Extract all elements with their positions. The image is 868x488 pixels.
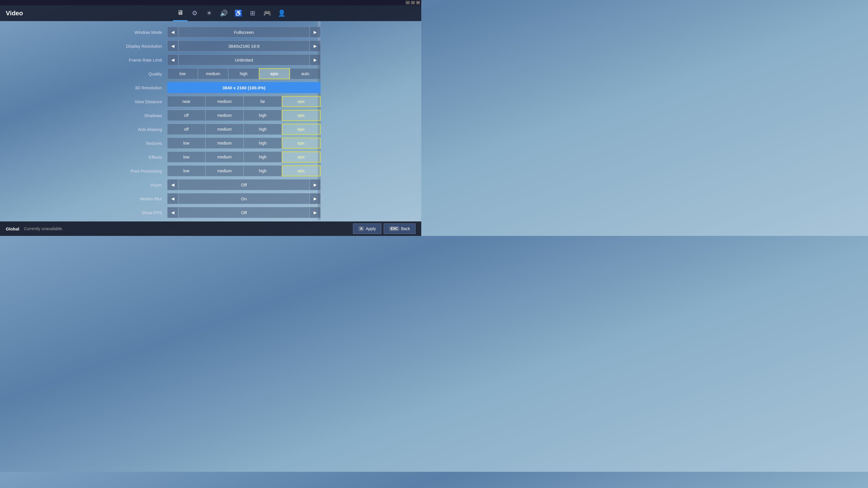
settings-panel[interactable]: Window Mode ◀ Fullscreen ▶ Display Resol… bbox=[101, 21, 320, 220]
effects-epic-button[interactable]: epic bbox=[282, 152, 320, 162]
tab-video[interactable]: 🖥 bbox=[173, 5, 187, 21]
close-button[interactable]: ✕ bbox=[416, 1, 420, 4]
show-fps-prev-button[interactable]: ◀ bbox=[167, 207, 178, 218]
tab-profile[interactable]: 👤 bbox=[274, 5, 289, 21]
post-processing-row: Post Processing low medium high epic bbox=[101, 165, 320, 176]
title-bar: ─ □ ✕ bbox=[0, 0, 421, 5]
motion-blur-prev-button[interactable]: ◀ bbox=[167, 193, 178, 204]
vsync-prev-button[interactable]: ◀ bbox=[167, 179, 178, 190]
view-distance-control: near medium far epic bbox=[167, 96, 320, 107]
shadows-epic-button[interactable]: epic bbox=[282, 110, 320, 121]
quality-high-button[interactable]: high bbox=[228, 68, 259, 79]
page-title: Video bbox=[0, 9, 52, 17]
anti-aliasing-label: Anti-Aliasing bbox=[101, 127, 167, 132]
effects-medium-button[interactable]: medium bbox=[206, 152, 244, 162]
show-fps-control: ◀ Off ▶ bbox=[167, 207, 320, 218]
nav-tabs: 🖥 ⚙ ☀ 🔊 ♿ ⊞ 🎮 👤 bbox=[52, 5, 421, 21]
vsync-arrow-control: ◀ Off ▶ bbox=[167, 179, 320, 190]
post-processing-control: low medium high epic bbox=[167, 165, 320, 176]
anti-aliasing-medium-button[interactable]: medium bbox=[206, 124, 244, 135]
apply-label: Apply bbox=[366, 226, 376, 231]
textures-medium-button[interactable]: medium bbox=[206, 138, 244, 149]
vsync-value: Off bbox=[178, 179, 310, 190]
effects-row: Effects low medium high epic bbox=[101, 151, 320, 163]
frame-rate-next-button[interactable]: ▶ bbox=[310, 54, 320, 65]
display-resolution-arrow-control: ◀ 3840x2160 16:9 ▶ bbox=[167, 40, 320, 52]
quality-row: Quality low medium high epic auto bbox=[101, 68, 320, 79]
post-processing-low-button[interactable]: low bbox=[167, 165, 206, 176]
view-distance-far-button[interactable]: far bbox=[244, 96, 282, 107]
display-resolution-row: Display Resolution ◀ 3840x2160 16:9 ▶ bbox=[101, 40, 320, 52]
resolution-3d-label: 3D Resolution bbox=[101, 85, 167, 90]
textures-high-button[interactable]: high bbox=[244, 138, 282, 149]
window-mode-row: Window Mode ◀ Fullscreen ▶ bbox=[101, 26, 320, 38]
show-fps-next-button[interactable]: ▶ bbox=[310, 207, 320, 218]
window-mode-next-button[interactable]: ▶ bbox=[310, 27, 320, 38]
show-fps-value: Off bbox=[178, 207, 310, 218]
quality-medium-button[interactable]: medium bbox=[198, 68, 228, 79]
minimize-button[interactable]: ─ bbox=[406, 1, 410, 4]
textures-label: Textures bbox=[101, 141, 167, 146]
display-resolution-prev-button[interactable]: ◀ bbox=[167, 40, 178, 52]
anti-aliasing-high-button[interactable]: high bbox=[244, 124, 282, 135]
effects-label: Effects bbox=[101, 155, 167, 160]
shadows-label: Shadows bbox=[101, 113, 167, 118]
window-mode-value: Fullscreen bbox=[178, 27, 310, 38]
post-processing-epic-button[interactable]: epic bbox=[282, 165, 320, 176]
frame-rate-label: Frame Rate Limit bbox=[101, 58, 167, 62]
frame-rate-prev-button[interactable]: ◀ bbox=[167, 54, 178, 65]
anti-aliasing-control: off medium high epic bbox=[167, 124, 320, 135]
effects-high-button[interactable]: high bbox=[244, 152, 282, 162]
shadows-row: Shadows off medium high epic bbox=[101, 109, 320, 121]
apply-button[interactable]: A Apply bbox=[353, 224, 381, 234]
frame-rate-row: Frame Rate Limit ◀ Unlimited ▶ bbox=[101, 54, 320, 66]
shadows-medium-button[interactable]: medium bbox=[206, 110, 244, 121]
view-distance-near-button[interactable]: near bbox=[167, 96, 206, 107]
motion-blur-next-button[interactable]: ▶ bbox=[310, 193, 320, 204]
show-fps-arrow-control: ◀ Off ▶ bbox=[167, 207, 320, 218]
window-mode-prev-button[interactable]: ◀ bbox=[167, 27, 178, 38]
textures-epic-button[interactable]: epic bbox=[282, 138, 320, 149]
back-button[interactable]: ESC Back bbox=[384, 224, 415, 234]
tab-gear[interactable]: ⚙ bbox=[187, 5, 202, 21]
textures-row: Textures low medium high epic bbox=[101, 137, 320, 149]
post-processing-label: Post Processing bbox=[101, 168, 167, 173]
view-distance-epic-button[interactable]: epic bbox=[282, 96, 320, 107]
tab-gamepad[interactable]: 🎮 bbox=[260, 5, 274, 21]
motion-blur-label: Motion Blur bbox=[101, 196, 167, 201]
anti-aliasing-off-button[interactable]: off bbox=[167, 124, 206, 135]
quality-auto-button[interactable]: auto bbox=[290, 68, 320, 79]
view-distance-medium-button[interactable]: medium bbox=[206, 96, 244, 107]
resolution-3d-value[interactable]: 3840 x 2160 (100.0%) bbox=[167, 82, 320, 93]
header: Video 🖥 ⚙ ☀ 🔊 ♿ ⊞ 🎮 👤 bbox=[0, 5, 421, 21]
quality-epic-button[interactable]: epic bbox=[259, 68, 290, 79]
tab-volume[interactable]: 🔊 bbox=[216, 5, 231, 21]
anti-aliasing-row: Anti-Aliasing off medium high epic bbox=[101, 124, 320, 135]
post-processing-medium-button[interactable]: medium bbox=[206, 165, 244, 176]
effects-buttons: low medium high epic bbox=[167, 152, 320, 162]
back-label: Back bbox=[401, 226, 410, 231]
restore-button[interactable]: □ bbox=[411, 1, 415, 4]
display-resolution-next-button[interactable]: ▶ bbox=[310, 40, 320, 52]
textures-low-button[interactable]: low bbox=[167, 138, 206, 149]
window-mode-control: ◀ Fullscreen ▶ bbox=[167, 27, 320, 38]
shadows-high-button[interactable]: high bbox=[244, 110, 282, 121]
shadows-off-button[interactable]: off bbox=[167, 110, 206, 121]
tab-brightness[interactable]: ☀ bbox=[202, 5, 216, 21]
anti-aliasing-epic-button[interactable]: epic bbox=[282, 124, 320, 135]
textures-control: low medium high epic bbox=[167, 138, 320, 149]
vsync-next-button[interactable]: ▶ bbox=[310, 179, 320, 190]
motion-blur-arrow-control: ◀ On ▶ bbox=[167, 193, 320, 204]
quality-low-button[interactable]: low bbox=[167, 68, 198, 79]
display-resolution-label: Display Resolution bbox=[101, 44, 167, 48]
textures-buttons: low medium high epic bbox=[167, 138, 320, 149]
effects-low-button[interactable]: low bbox=[167, 152, 206, 162]
tab-network[interactable]: ⊞ bbox=[245, 5, 260, 21]
tab-accessibility[interactable]: ♿ bbox=[231, 5, 245, 21]
view-distance-buttons: near medium far epic bbox=[167, 96, 320, 107]
show-fps-row: Show FPS ◀ Off ▶ bbox=[101, 207, 320, 218]
motion-blur-control: ◀ On ▶ bbox=[167, 193, 320, 204]
view-distance-row: View Distance near medium far epic bbox=[101, 96, 320, 107]
motion-blur-value: On bbox=[178, 193, 310, 204]
post-processing-high-button[interactable]: high bbox=[244, 165, 282, 176]
